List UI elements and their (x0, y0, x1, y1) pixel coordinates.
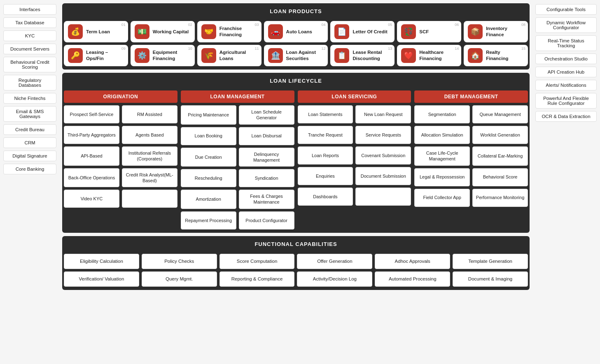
product-card-realty-financing[interactable]: 🏠 Realty Financing 15 (464, 45, 528, 66)
lifecycle-item-syndication[interactable]: Syndication (239, 169, 294, 187)
product-card-working-capital[interactable]: 💵 Working Capital 02 (131, 21, 195, 42)
lifecycle-item-product-configurator[interactable]: Product Configurator (239, 211, 294, 230)
loan-management-header: LOAN MANAGEMENT (181, 90, 294, 103)
lifecycle-item-loan-disbursal[interactable]: Loan Disbursal (239, 127, 294, 145)
lifecycle-item-new-loan-request[interactable]: New Loan Request (355, 105, 411, 123)
lifecycle-item-loan-schedule-generator[interactable]: Loan Schedule Generator (239, 105, 294, 125)
lifecycle-item-behavioral-score[interactable]: Behavioral Score (472, 168, 528, 186)
loan-management-items: Pricing MaintenanceLoan Schedule Generat… (181, 105, 294, 230)
product-num: 02 (188, 23, 192, 27)
product-card-leasing-–-ops/fin[interactable]: 🔑 Leasing – Ops/Fin 09 (64, 45, 128, 66)
lifecycle-item-agents-based[interactable]: Agents Based (122, 126, 177, 144)
sidebar-item-document-servers[interactable]: Document Servers (3, 44, 56, 54)
product-card-agricultural-loans[interactable]: 🌾 Agricultural Loans 11 (197, 45, 261, 66)
sidebar-item-digital-signature[interactable]: Digital Signature (3, 151, 56, 161)
func-item-policy-checks[interactable]: Policy Checks (142, 254, 217, 269)
lifecycle-item-worklist-generation[interactable]: Worklist Generation (472, 126, 528, 144)
func-item-document-imaging[interactable]: Document & Imaging (453, 271, 528, 287)
product-icon: ⚙️ (135, 48, 149, 63)
sidebar-item-tax-database[interactable]: Tax Database (3, 17, 56, 28)
product-card-lease-rental-discounting[interactable]: 📋 Lease Rental Discounting 13 (330, 45, 395, 66)
sidebar-item-credit-bureau[interactable]: Credit Bureau (3, 124, 56, 135)
func-item-eligibility-calculation[interactable]: Eligibility Calculation (64, 254, 139, 269)
lifecycle-item-covenant-submission[interactable]: Covenant Submission (355, 146, 411, 165)
func-item-activity-decision-log[interactable]: Activity/Decision Log (297, 271, 372, 287)
lifecycle-item-field-collector-app[interactable]: Field Collector App (414, 189, 470, 207)
lifecycle-item-rm-assisted[interactable]: RM Assisted (122, 105, 177, 123)
product-card-healthcare-financing[interactable]: ❤️ Healthcare Financing 14 (397, 45, 461, 66)
func-item-automated-processing[interactable]: Automated Processing (375, 271, 450, 287)
right-sidebar-item-configurable-tools[interactable]: Configurable Tools (535, 4, 597, 15)
func-item-reporting-compliance[interactable]: Reporting & Compliance (219, 271, 295, 287)
lifecycle-item-service-requests[interactable]: Service Requests (355, 126, 411, 144)
lifecycle-item-third-party-aggregators[interactable]: Third-Party Aggregators (64, 126, 119, 144)
lifecycle-item-loan-statements[interactable]: Loan Statements (298, 105, 353, 123)
left-sidebar: InterfacesTax DatabaseKYCDocument Server… (0, 0, 60, 364)
lifecycle-item-case-life-cycle-management[interactable]: Case Life-Cycle Management (414, 146, 470, 166)
product-card-auto-loans[interactable]: 🚗 Auto Loans 04 (264, 21, 328, 42)
lifecycle-item-document-submission[interactable]: Document Submission (355, 167, 411, 185)
product-card-inventory-finance[interactable]: 📦 Inventory Finance 08 (464, 21, 528, 42)
lifecycle-item-dashboards[interactable]: Dashboards (298, 188, 353, 206)
sidebar-item-email-&-sms-gateways[interactable]: Email & SMS Gateways (3, 106, 56, 122)
product-card-term-loan[interactable]: 💰 Term Loan 01 (64, 21, 128, 42)
func-item-verification-valuation[interactable]: Verification/ Valuation (64, 271, 139, 287)
right-sidebar-item-ocr-data-extraction[interactable]: OCR & Data Extraction (535, 111, 597, 122)
right-sidebar-item-dynamic-workflow-configurator[interactable]: Dynamic Workflow Configurator (535, 17, 597, 33)
lifecycle-item-fees-&-charges-maintenance[interactable]: Fees & Charges Maintenance (239, 190, 294, 209)
lifecycle-item-legal-&-repossession[interactable]: Legal & Repossession (414, 168, 470, 186)
lifecycle-item-loan-booking[interactable]: Loan Booking (181, 127, 236, 145)
func-row1: Eligibility CalculationPolicy ChecksScor… (64, 254, 528, 269)
lifecycle-item-enquiries[interactable]: Enquiries (298, 167, 353, 185)
product-card-scf[interactable]: 💱 SCF 06 (397, 21, 461, 42)
sidebar-item-behavioural-credit-scoring[interactable]: Behavioural Credit Scoring (3, 57, 56, 72)
product-num: 01 (121, 23, 126, 27)
right-sidebar-item-api-creation-hub[interactable]: API Creation Hub (535, 67, 597, 77)
right-sidebar-item-alerts-notifications[interactable]: Alerts/ Notifications (535, 80, 597, 90)
functional-capabilities-section: FUNCTIONAL CAPABILITIES Eligibility Calc… (62, 236, 530, 290)
product-num: 14 (455, 46, 459, 51)
lifecycle-item-credit-risk-analyst-ml-based-[interactable]: Credit Risk Analyst(ML-Based) (122, 168, 177, 188)
sidebar-item-kyc[interactable]: KYC (3, 30, 56, 41)
lifecycle-item-repayment-processing[interactable]: Repayment Processing (181, 211, 236, 230)
lifecycle-item-rescheduling[interactable]: Rescheduling (181, 169, 236, 187)
product-label: Realty Financing (486, 49, 524, 62)
sidebar-item-interfaces[interactable]: Interfaces (3, 4, 56, 15)
func-item-adhoc-approvals[interactable]: Adhoc Approvals (375, 254, 450, 269)
sidebar-item-crm[interactable]: CRM (3, 137, 56, 148)
lifecycle-item-segmentation[interactable]: Segmentation (414, 105, 470, 123)
func-item-score-computation[interactable]: Score Computation (219, 254, 295, 269)
lifecycle-item-allocation-simulation[interactable]: Allocation Simulation (414, 126, 470, 144)
lifecycle-item-loan-reports[interactable]: Loan Reports (298, 146, 353, 165)
lifecycle-item-amortization[interactable]: Amortization (181, 190, 236, 209)
sidebar-item-regulatory-databases[interactable]: Regulatory Databases (3, 75, 56, 90)
lifecycle-item-delinquency-management[interactable]: Delinquency Management (239, 148, 294, 167)
product-card-equipment-financing[interactable]: ⚙️ Equipment Financing 10 (131, 45, 195, 66)
product-card-franchise-financing[interactable]: 🤝 Franchise Financing 03 (197, 21, 261, 42)
product-card-letter-of-credit[interactable]: 📄 Letter Of Credit 05 (330, 21, 395, 42)
lifecycle-item-tranche-request[interactable]: Tranche Request (298, 126, 353, 144)
product-num: 08 (521, 23, 525, 27)
product-num: 09 (121, 46, 126, 51)
product-card-loan-against-securities[interactable]: 🏦 Loan Against Securities 12 (264, 45, 328, 66)
right-sidebar-item-orchestration-studio[interactable]: Orchestration Studio (535, 53, 597, 64)
func-item-template-generation[interactable]: Template Generation (453, 254, 528, 269)
main-content: LOAN PRODUCTS 💰 Term Loan 01 💵 Working C… (60, 0, 532, 364)
right-sidebar-item-real-time-status-tracking[interactable]: Real-Time Status Tracking (535, 35, 597, 51)
lifecycle-item-queue-management[interactable]: Queue Management (472, 105, 528, 123)
lifecycle-item-performance-monitoring[interactable]: Performance Monitoring (472, 189, 528, 207)
lifecycle-item-collateral-ear-marking[interactable]: Collateral Ear-Marking (472, 146, 528, 166)
right-sidebar-item-powerful-and-flexible-rule-configurator[interactable]: Powerful And Flexible Rule Configurator (535, 93, 597, 109)
lifecycle-item-prospect-self-service[interactable]: Prospect Self-Service (64, 105, 119, 123)
lifecycle-item-api-based[interactable]: API-Based (64, 146, 119, 166)
lifecycle-item-institutional-referrals-corporates-[interactable]: Institutional Referrals (Corporates) (122, 146, 177, 166)
product-icon: 💰 (68, 24, 83, 39)
sidebar-item-niche-fintechs[interactable]: Niche Fintechs (3, 93, 56, 104)
lifecycle-item-back-office-operations[interactable]: Back-Office Operations (64, 168, 119, 188)
func-item-query-mgmt.[interactable]: Query Mgmt. (142, 271, 217, 287)
lifecycle-item-video-kyc[interactable]: Video KYC (64, 190, 119, 208)
sidebar-item-core-banking[interactable]: Core Banking (3, 164, 56, 174)
lifecycle-item-pricing-maintenance[interactable]: Pricing Maintenance (181, 105, 236, 125)
lifecycle-item-due-creation[interactable]: Due Creation (181, 148, 236, 167)
func-item-offer-generation[interactable]: Offer Generation (297, 254, 372, 269)
